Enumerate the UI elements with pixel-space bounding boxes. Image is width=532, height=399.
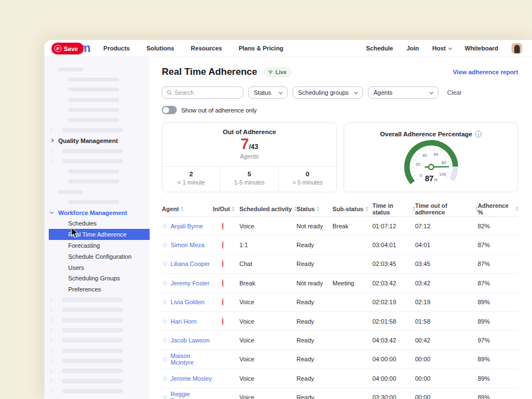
- agent-link[interactable]: ☆Hari Horn: [162, 318, 213, 325]
- table-header-row: AgentIn/OutScheduled activityStatusSub-s…: [162, 202, 518, 217]
- wifi-icon: [268, 70, 273, 75]
- sidebar-item-real-time-adherence[interactable]: Real Time Adherence: [49, 229, 150, 240]
- info-icon[interactable]: i: [475, 131, 482, 137]
- sidebar-item-workforce-management[interactable]: Workforce Management: [44, 207, 150, 218]
- sidebar-skeleton-item: [44, 125, 150, 135]
- sidebar-item-label: Schedules: [68, 220, 96, 227]
- star-icon[interactable]: ☆: [162, 375, 168, 382]
- toggle-row: Show out of adherence only: [162, 106, 518, 114]
- sidebar-item-scheduling-groups[interactable]: Scheduling Groups: [44, 273, 150, 284]
- agent-name: Liliana Cooper: [171, 260, 210, 267]
- star-icon[interactable]: ☆: [162, 356, 168, 362]
- nav-item-solutions[interactable]: Solutions: [146, 45, 174, 52]
- agent-link[interactable]: ☆Maison Mcintyre: [162, 352, 213, 366]
- skeleton-bar: [68, 78, 119, 81]
- column-header-in-out[interactable]: In/Out: [213, 206, 239, 212]
- column-header-sub-status[interactable]: Sub-status: [332, 206, 372, 212]
- sidebar-item-schedule-configuration[interactable]: Schedule Configuration: [44, 251, 150, 262]
- agents-dropdown[interactable]: Agents: [368, 86, 438, 99]
- agent-link[interactable]: ☆Livia Golden: [162, 299, 213, 305]
- column-header-agent[interactable]: Agent: [162, 206, 213, 212]
- star-icon[interactable]: ☆: [162, 223, 168, 229]
- chevron-down-icon: [354, 90, 358, 94]
- sidebar-skeleton-item: [44, 177, 150, 187]
- agent-link[interactable]: ☆Anjali Byrne: [162, 223, 213, 229]
- svg-text:0: 0: [420, 173, 422, 178]
- svg-text:80: 80: [441, 160, 446, 165]
- star-icon[interactable]: ☆: [162, 318, 168, 325]
- inout-cell: [213, 242, 239, 248]
- status-cell: Not ready: [296, 280, 332, 287]
- agent-link[interactable]: ☆Simon Meza: [162, 242, 213, 248]
- agent-link[interactable]: ☆Reggie Pearson: [162, 391, 213, 399]
- skeleton-chevron: [50, 308, 53, 312]
- status-dropdown[interactable]: Status: [248, 86, 288, 99]
- sort-icon: [366, 207, 368, 211]
- table-row: ☆Hari HornVoiceReady02:01:5801:5889%: [162, 312, 518, 331]
- inout-cell: [213, 280, 239, 287]
- scheduling-groups-dropdown[interactable]: Scheduling groups: [293, 86, 363, 99]
- out-of-adherence-toggle[interactable]: [162, 106, 177, 114]
- inout-cell: [213, 337, 239, 344]
- nav-item-host[interactable]: Host: [432, 45, 451, 52]
- star-icon[interactable]: ☆: [162, 260, 168, 267]
- star-icon[interactable]: ☆: [162, 299, 168, 305]
- agent-name: Jerome Mosley: [171, 375, 212, 382]
- sidebar-item-label: Users: [68, 264, 84, 271]
- star-icon[interactable]: ☆: [162, 394, 168, 399]
- star-icon[interactable]: ☆: [162, 242, 168, 248]
- view-adherence-report-link[interactable]: View adherence report: [453, 69, 518, 75]
- agent-name: Maison Mcintyre: [171, 352, 213, 366]
- agent-name: Reggie Pearson: [171, 391, 213, 399]
- search-input[interactable]: [175, 89, 238, 96]
- breakdown-over-5min: 0 > 5 minutes: [278, 167, 336, 192]
- time-out-of-adherence-cell: 03:42: [415, 280, 478, 287]
- sidebar-item-quality-management[interactable]: Quality Management: [44, 135, 150, 146]
- column-header-time-out-of-adherence[interactable]: Time out of adherence: [415, 202, 478, 216]
- agent-link[interactable]: ☆Liliana Cooper: [162, 260, 213, 267]
- clear-filters-button[interactable]: Clear: [447, 89, 462, 96]
- nav-item-schedule[interactable]: Schedule: [366, 45, 393, 52]
- time-in-status-cell: 02:03:42: [372, 280, 415, 287]
- pinterest-save-button[interactable]: P Save: [52, 43, 84, 54]
- sidebar-skeleton-item: [44, 376, 150, 386]
- agent-link[interactable]: ☆Jeremy Foster: [162, 280, 213, 287]
- skeleton-bar: [68, 108, 119, 112]
- chevron-down-icon: [279, 90, 283, 94]
- status-cell: Not ready: [296, 223, 332, 229]
- column-header-scheduled-activity[interactable]: Scheduled activity: [239, 206, 296, 212]
- sub-status-cell: Meeting: [332, 280, 372, 287]
- nav-item-products[interactable]: Products: [104, 45, 130, 52]
- skeleton-bar: [62, 338, 123, 342]
- nav-item-resources[interactable]: Resources: [191, 45, 222, 52]
- sidebar-item-schedules[interactable]: Schedules: [44, 218, 150, 229]
- user-avatar[interactable]: [511, 43, 522, 54]
- skeleton-chevron: [50, 339, 53, 342]
- column-header-adherence-[interactable]: Adherence %: [478, 202, 518, 216]
- agent-name: Simon Meza: [171, 242, 204, 248]
- adherence-percent-cell: 87%: [478, 242, 518, 248]
- skeleton-chevron: [50, 160, 53, 163]
- nav-item-whiteboard[interactable]: Whiteboard: [465, 45, 499, 52]
- star-icon[interactable]: ☆: [162, 337, 168, 344]
- pinterest-icon: P: [54, 45, 62, 52]
- agent-link[interactable]: ☆Jacob Lawson: [162, 337, 213, 344]
- agent-link[interactable]: ☆Jerome Mosley: [162, 375, 213, 382]
- sidebar-item-users[interactable]: Users: [44, 262, 150, 273]
- time-in-status-cell: 04:03:42: [372, 337, 415, 344]
- skeleton-bar: [62, 369, 123, 373]
- table-row: ☆Livia GoldenVoiceReady02:02:1902:1989%: [162, 293, 518, 312]
- nav-item-plans-pricing[interactable]: Plans & Pricing: [239, 45, 284, 52]
- skeleton-chevron: [50, 128, 53, 132]
- sidebar-item-preferences[interactable]: Preferences: [44, 284, 150, 295]
- adherence-gauge-chart: 02040608010087%: [378, 137, 484, 193]
- sidebar: Quality ManagementWorkforce ManagementSc…: [44, 57, 150, 399]
- time-out-of-adherence-cell: 07:12: [415, 223, 478, 229]
- column-header-time-in-status[interactable]: Time in status: [372, 202, 415, 216]
- star-icon[interactable]: ☆: [162, 280, 168, 287]
- adherence-percent-cell: 97%: [478, 337, 518, 344]
- nav-item-join[interactable]: Join: [406, 45, 419, 52]
- column-header-status[interactable]: Status: [296, 206, 332, 212]
- skeleton-bar: [62, 328, 123, 332]
- sidebar-item-forecasting[interactable]: Forecasting: [44, 240, 150, 251]
